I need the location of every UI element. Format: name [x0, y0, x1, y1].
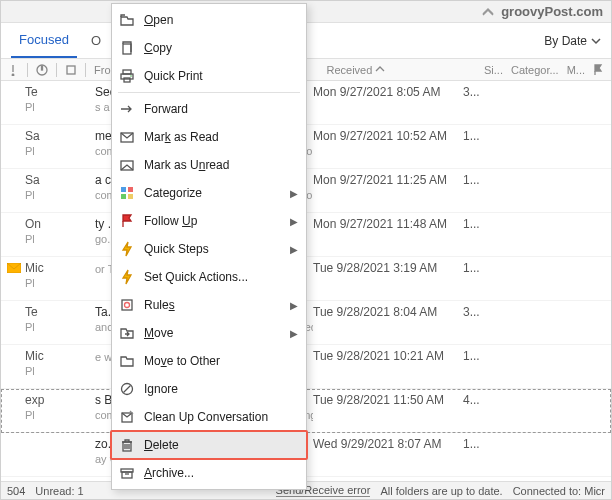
svg-line-22	[124, 386, 131, 393]
menu-item-mark-as-unread[interactable]: Mark as Unread	[112, 151, 306, 179]
menu-separator	[118, 92, 300, 93]
move-icon	[118, 324, 136, 342]
menu-item-mark-as-read[interactable]: Mark as Read	[112, 123, 306, 151]
svg-point-20	[125, 303, 130, 308]
size: 3...	[463, 85, 487, 99]
received-date: Mon 9/27/2021 8:05 AM	[313, 85, 463, 99]
menu-item-label: Quick Print	[144, 69, 298, 83]
tab-focused[interactable]: Focused	[11, 23, 77, 58]
qs-icon	[118, 268, 136, 286]
menu-item-label: Rules	[144, 298, 282, 312]
size: 1...	[463, 437, 487, 451]
categorize-icon	[118, 184, 136, 202]
received-date: Tue 9/28/2021 8:04 AM	[313, 305, 463, 319]
status-folders: All folders are up to date.	[380, 485, 502, 497]
menu-item-open[interactable]: Open	[112, 6, 306, 34]
size: 1...	[463, 217, 487, 231]
menu-item-move[interactable]: Move ▶	[112, 319, 306, 347]
cleanup-icon	[118, 408, 136, 426]
menu-item-label: Open	[144, 13, 298, 27]
menu-item-label: Mark as Unread	[144, 158, 298, 172]
menu-item-ignore[interactable]: Ignore	[112, 375, 306, 403]
column-mention[interactable]: M...	[567, 64, 585, 76]
menu-item-move-to-other[interactable]: Move to Other	[112, 347, 306, 375]
ignore-icon	[118, 380, 136, 398]
markread-icon	[118, 128, 136, 146]
submenu-arrow-icon: ▶	[290, 216, 298, 227]
submenu-arrow-icon: ▶	[290, 188, 298, 199]
size: 4...	[463, 393, 487, 407]
sort-by-date[interactable]: By Date	[544, 34, 601, 48]
menu-item-label: Set Quick Actions...	[144, 270, 298, 284]
svg-point-1	[12, 74, 14, 76]
flag-column-icon[interactable]	[593, 64, 605, 76]
menu-item-clean-up-conversation[interactable]: Clean Up Conversation	[112, 403, 306, 431]
menu-item-label: Quick Steps	[144, 242, 282, 256]
menu-item-rules[interactable]: Rules ▶	[112, 291, 306, 319]
status-connected: Connected to: Micr	[513, 485, 605, 497]
menu-item-label: Copy	[144, 41, 298, 55]
menu-item-label: Archive...	[144, 466, 298, 480]
menu-item-quick-steps[interactable]: Quick Steps ▶	[112, 235, 306, 263]
unread-envelope-icon	[7, 263, 21, 273]
open-icon	[118, 11, 136, 29]
menu-item-label: Categorize	[144, 186, 282, 200]
svg-rect-17	[128, 194, 133, 199]
svg-rect-7	[123, 44, 131, 54]
menu-item-delete[interactable]: Delete	[112, 431, 306, 459]
rules-icon	[118, 296, 136, 314]
menu-item-label: Mark as Read	[144, 130, 298, 144]
column-from[interactable]: Fro	[94, 64, 111, 76]
sender: Sa	[25, 173, 95, 187]
menu-item-follow-up[interactable]: Follow Up ▶	[112, 207, 306, 235]
status-count: 504	[7, 485, 25, 497]
svg-rect-29	[122, 472, 132, 478]
submenu-arrow-icon: ▶	[290, 328, 298, 339]
received-date: Tue 9/28/2021 10:21 AM	[313, 349, 463, 363]
menu-item-label: Follow Up	[144, 214, 282, 228]
menu-item-categorize[interactable]: Categorize ▶	[112, 179, 306, 207]
menu-item-label: Ignore	[144, 382, 298, 396]
archive-icon	[118, 464, 136, 482]
size: 1...	[463, 261, 487, 275]
menu-item-label: Move	[144, 326, 282, 340]
received-date: Tue 9/28/2021 3:19 AM	[313, 261, 463, 275]
sender: Te	[25, 305, 95, 319]
delete-icon	[118, 436, 136, 454]
received-date: Tue 9/28/2021 11:50 AM	[313, 393, 463, 407]
column-categories[interactable]: Categor...	[511, 64, 559, 76]
reminder-icon[interactable]	[36, 64, 48, 76]
movefolder-icon	[118, 352, 136, 370]
importance-icon[interactable]	[7, 64, 19, 76]
svg-rect-4	[67, 66, 75, 74]
column-received[interactable]: Received	[327, 64, 388, 76]
context-menu: Open Copy Quick Print Forward Mark as Re…	[111, 3, 307, 490]
menu-item-label: Forward	[144, 102, 298, 116]
menu-item-quick-print[interactable]: Quick Print	[112, 62, 306, 90]
submenu-arrow-icon: ▶	[290, 244, 298, 255]
size: 1...	[463, 349, 487, 363]
svg-rect-19	[122, 300, 132, 310]
received-date: Wed 9/29/2021 8:07 AM	[313, 437, 463, 451]
received-date: Mon 9/27/2021 11:48 AM	[313, 217, 463, 231]
status-unread: Unread: 1	[35, 485, 83, 497]
size: 3...	[463, 305, 487, 319]
menu-item-copy[interactable]: Copy	[112, 34, 306, 62]
size: 1...	[463, 129, 487, 143]
column-size[interactable]: Si...	[484, 64, 503, 76]
menu-item-forward[interactable]: Forward	[112, 95, 306, 123]
menu-item-archive[interactable]: Archive...	[112, 459, 306, 487]
svg-rect-15	[128, 187, 133, 192]
print-icon	[118, 67, 136, 85]
menu-item-set-quick-actions[interactable]: Set Quick Actions...	[112, 263, 306, 291]
chevron-down-icon	[591, 36, 601, 46]
menu-item-label: Clean Up Conversation	[144, 410, 298, 424]
forward-icon	[118, 100, 136, 118]
svg-point-11	[130, 75, 132, 77]
tab-other[interactable]: O	[87, 24, 105, 57]
svg-rect-10	[124, 78, 130, 82]
menu-item-label: Delete	[144, 438, 298, 452]
size: 1...	[463, 173, 487, 187]
attachment-icon[interactable]	[65, 64, 77, 76]
svg-rect-16	[121, 194, 126, 199]
